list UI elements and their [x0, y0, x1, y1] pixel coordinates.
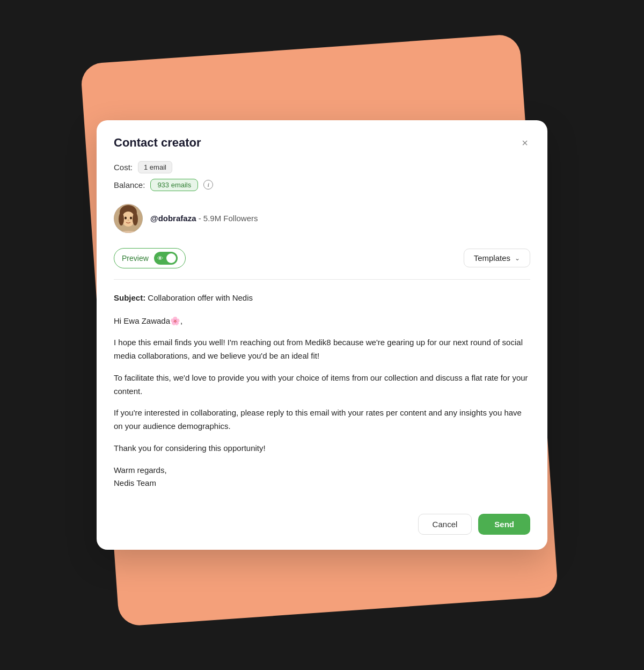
- email-para-1: I hope this email finds you well! I'm re…: [114, 336, 530, 363]
- creator-avatar: [114, 204, 143, 233]
- svg-point-5: [128, 220, 129, 221]
- svg-point-6: [119, 213, 124, 225]
- email-closing: Warm regards, Nedis Team: [114, 464, 530, 491]
- email-subject: Subject: Collaboration offer with Nedis: [114, 292, 530, 305]
- divider: [114, 279, 530, 280]
- templates-label: Templates: [474, 253, 510, 263]
- email-greeting: Hi Ewa Zawada🌸,: [114, 315, 530, 328]
- svg-point-3: [125, 216, 127, 219]
- balance-label: Balance:: [114, 180, 145, 190]
- subject-text: Collaboration offer with Nedis: [148, 293, 253, 302]
- creator-followers: - 5.9M Followers: [199, 214, 258, 223]
- toggle-thumb: [166, 253, 176, 263]
- creator-row: @dobrafaza - 5.9M Followers: [114, 204, 530, 233]
- creator-info: @dobrafaza - 5.9M Followers: [150, 214, 258, 223]
- svg-point-4: [130, 216, 132, 219]
- email-para-2: To facilitate this, we'd love to provide…: [114, 372, 530, 398]
- modal-body: Cost: 1 email Balance: 933 emails i: [97, 161, 547, 505]
- svg-point-7: [133, 213, 138, 225]
- info-icon[interactable]: i: [203, 180, 213, 190]
- templates-button[interactable]: Templates ⌄: [464, 249, 530, 267]
- avatar-svg: [114, 204, 143, 233]
- email-para-4: Thank you for considering this opportuni…: [114, 442, 530, 455]
- creator-handle: @dobrafaza: [150, 214, 196, 223]
- balance-value: 933 emails: [150, 179, 198, 191]
- toggle-switch: 👁: [154, 252, 178, 265]
- balance-row: Balance: 933 emails i: [114, 179, 530, 191]
- closing-line2: Nedis Team: [114, 477, 530, 490]
- send-button[interactable]: Send: [478, 514, 530, 535]
- email-para-3: If you're interested in collaborating, p…: [114, 406, 530, 433]
- toolbar-row: Preview 👁 Templates ⌄: [114, 248, 530, 268]
- modal-footer: Cancel Send: [97, 505, 547, 550]
- closing-line1: Warm regards,: [114, 464, 530, 477]
- subject-label: Subject:: [114, 293, 145, 302]
- modal-title: Contact creator: [114, 136, 201, 150]
- email-content: Subject: Collaboration offer with Nedis …: [114, 292, 530, 490]
- contact-creator-modal: Contact creator × Cost: 1 email Balance:…: [97, 120, 547, 550]
- cost-row: Cost: 1 email: [114, 161, 530, 173]
- close-button[interactable]: ×: [519, 135, 530, 150]
- modal-header: Contact creator ×: [97, 120, 547, 161]
- chevron-down-icon: ⌄: [515, 254, 520, 262]
- preview-toggle-button[interactable]: Preview 👁: [114, 248, 186, 268]
- cancel-button[interactable]: Cancel: [418, 514, 472, 535]
- preview-label: Preview: [122, 254, 149, 263]
- toggle-track: 👁: [154, 252, 178, 265]
- eye-icon: 👁: [157, 255, 163, 261]
- cost-value: 1 email: [138, 161, 172, 173]
- cost-label: Cost:: [114, 163, 133, 172]
